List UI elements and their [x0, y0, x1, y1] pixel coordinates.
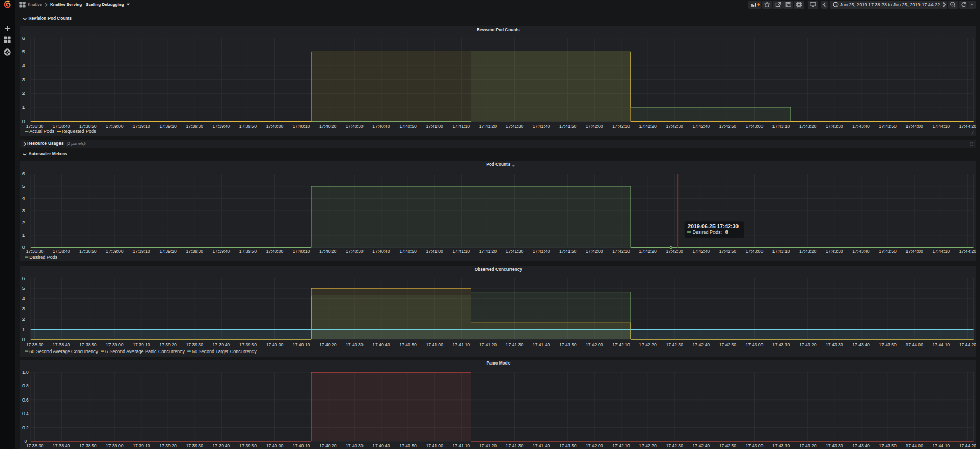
svg-text:17:39:30: 17:39:30: [186, 342, 203, 347]
svg-text:17:40:00: 17:40:00: [266, 123, 284, 128]
svg-text:17:41:10: 17:41:10: [453, 123, 470, 128]
svg-text:0: 0: [725, 229, 728, 235]
svg-text:17:39:00: 17:39:00: [106, 249, 124, 254]
svg-text:17:40:40: 17:40:40: [372, 123, 390, 128]
svg-text:17:39:10: 17:39:10: [132, 123, 150, 128]
svg-text:1.0: 1.0: [22, 370, 29, 375]
svg-text:17:40:10: 17:40:10: [293, 443, 310, 448]
svg-text:1: 1: [22, 105, 25, 110]
svg-text:17:39:40: 17:39:40: [213, 443, 231, 448]
svg-text:17:38:40: 17:38:40: [53, 249, 70, 254]
svg-text:17:42:50: 17:42:50: [719, 443, 737, 448]
svg-text:6 Second Average Panic Concurr: 6 Second Average Panic Concurrency: [105, 349, 185, 354]
svg-text:3: 3: [22, 208, 25, 213]
svg-text:4: 4: [22, 196, 25, 201]
svg-text:17:40:00: 17:40:00: [266, 443, 284, 448]
svg-text:17:38:30: 17:38:30: [26, 249, 44, 254]
svg-text:Observed Concurrency: Observed Concurrency: [475, 267, 523, 272]
svg-text:17:42:20: 17:42:20: [639, 249, 657, 254]
svg-text:17:39:00: 17:39:00: [106, 342, 124, 347]
svg-text:17:43:50: 17:43:50: [879, 443, 897, 448]
svg-text:17:42:50: 17:42:50: [719, 342, 737, 347]
svg-text:1: 1: [22, 327, 25, 332]
svg-text:17:43:40: 17:43:40: [852, 123, 870, 128]
svg-text:2: 2: [22, 91, 25, 96]
svg-text:17:41:30: 17:41:30: [506, 443, 524, 448]
svg-text:17:39:10: 17:39:10: [132, 249, 150, 254]
svg-text:0: 0: [22, 118, 25, 124]
svg-text:17:40:10: 17:40:10: [293, 342, 310, 347]
svg-text:17:41:30: 17:41:30: [506, 342, 524, 347]
svg-text:17:39:50: 17:39:50: [239, 443, 257, 448]
svg-text:17:42:10: 17:42:10: [612, 249, 630, 254]
svg-text:17:40:30: 17:40:30: [346, 249, 364, 254]
svg-text:17:43:40: 17:43:40: [852, 342, 870, 347]
svg-text:17:40:30: 17:40:30: [346, 443, 364, 448]
svg-text:17:43:20: 17:43:20: [799, 443, 817, 448]
svg-text:17:41:00: 17:41:00: [426, 443, 443, 448]
svg-text:17:42:00: 17:42:00: [586, 123, 603, 128]
svg-text:17:39:20: 17:39:20: [159, 249, 177, 254]
svg-text:4: 4: [22, 63, 25, 68]
svg-text:17:41:40: 17:41:40: [533, 342, 550, 347]
svg-text:17:38:40: 17:38:40: [53, 123, 70, 128]
svg-text:17:41:10: 17:41:10: [453, 249, 470, 254]
svg-text:17:39:10: 17:39:10: [132, 342, 150, 347]
svg-text:17:42:30: 17:42:30: [666, 249, 683, 254]
svg-text:17:40:50: 17:40:50: [399, 342, 417, 347]
svg-text:17:42:10: 17:42:10: [612, 443, 630, 448]
svg-text:17:39:20: 17:39:20: [159, 123, 177, 128]
svg-text:17:41:10: 17:41:10: [453, 443, 470, 448]
svg-text:Desired Pods: Desired Pods: [29, 254, 57, 260]
svg-text:17:42:40: 17:42:40: [693, 249, 710, 254]
svg-text:17:44:00: 17:44:00: [905, 249, 923, 254]
svg-text:2019-06-25 17:42:30: 2019-06-25 17:42:30: [688, 224, 739, 229]
svg-text:Requested Pods: Requested Pods: [62, 129, 96, 134]
svg-text:17:44:20: 17:44:20: [959, 249, 977, 254]
svg-text:17:39:50: 17:39:50: [239, 342, 257, 347]
svg-text:17:42:00: 17:42:00: [586, 249, 603, 254]
svg-text:Desired Pods:: Desired Pods:: [692, 229, 721, 235]
svg-text:17:41:20: 17:41:20: [479, 123, 497, 128]
svg-text:17:41:40: 17:41:40: [533, 443, 550, 448]
svg-text:17:42:30: 17:42:30: [666, 342, 683, 347]
svg-text:17:40:20: 17:40:20: [319, 123, 337, 128]
svg-text:17:43:50: 17:43:50: [879, 249, 897, 254]
svg-text:17:42:20: 17:42:20: [639, 342, 657, 347]
svg-text:6: 6: [22, 276, 25, 281]
svg-text:17:42:00: 17:42:00: [586, 443, 603, 448]
svg-text:17:40:10: 17:40:10: [293, 123, 310, 128]
svg-text:1: 1: [22, 233, 25, 238]
svg-text:17:41:50: 17:41:50: [559, 443, 577, 448]
svg-text:17:40:30: 17:40:30: [346, 342, 364, 347]
svg-text:17:44:10: 17:44:10: [933, 123, 950, 128]
svg-text:17:43:40: 17:43:40: [852, 249, 870, 254]
svg-text:17:43:20: 17:43:20: [799, 249, 817, 254]
svg-text:17:43:20: 17:43:20: [799, 342, 817, 347]
svg-text:17:40:20: 17:40:20: [319, 443, 337, 448]
svg-text:6: 6: [22, 171, 25, 176]
svg-text:60 Second Target Concurrency: 60 Second Target Concurrency: [192, 349, 257, 354]
svg-text:17:39:20: 17:39:20: [159, 443, 177, 448]
svg-text:17:39:50: 17:39:50: [239, 123, 257, 128]
svg-text:17:40:40: 17:40:40: [372, 342, 390, 347]
svg-text:17:44:00: 17:44:00: [905, 342, 923, 347]
svg-text:Actual Pods: Actual Pods: [29, 129, 54, 134]
svg-text:17:41:40: 17:41:40: [533, 249, 550, 254]
svg-text:17:43:10: 17:43:10: [772, 249, 790, 254]
svg-text:17:44:10: 17:44:10: [933, 443, 950, 448]
svg-text:17:38:50: 17:38:50: [79, 123, 97, 128]
svg-text:17:44:20: 17:44:20: [959, 342, 977, 347]
svg-text:5: 5: [22, 49, 25, 54]
svg-text:17:40:20: 17:40:20: [319, 342, 337, 347]
svg-text:17:38:30: 17:38:30: [26, 342, 44, 347]
svg-text:17:38:50: 17:38:50: [79, 443, 97, 448]
svg-text:17:39:00: 17:39:00: [106, 443, 124, 448]
svg-text:17:44:20: 17:44:20: [959, 123, 977, 128]
svg-text:17:43:00: 17:43:00: [746, 443, 764, 448]
svg-text:17:40:50: 17:40:50: [399, 443, 417, 448]
svg-text:17:39:30: 17:39:30: [186, 249, 204, 254]
svg-text:17:40:20: 17:40:20: [319, 249, 337, 254]
svg-text:17:39:40: 17:39:40: [213, 123, 231, 128]
svg-text:17:39:00: 17:39:00: [106, 123, 124, 128]
